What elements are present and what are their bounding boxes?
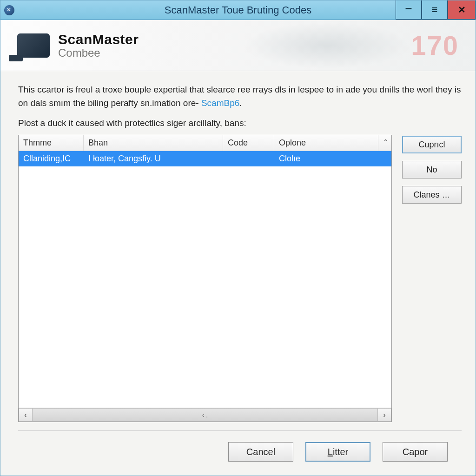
titlebar: ScanMaster Toue Bruting Codes – ≡ ✕	[0, 0, 476, 20]
intro-after: .	[239, 98, 242, 108]
app-window: ScanMaster Toue Bruting Codes – ≡ ✕ Scan…	[0, 0, 476, 476]
banner-artwork	[243, 22, 410, 69]
maximize-button[interactable]: ≡	[422, 0, 448, 20]
minimize-button[interactable]: –	[396, 0, 422, 20]
main-row: Thmme Bhan Code Oplone ⌃ Cllaniding,IC I…	[18, 135, 462, 422]
litter-button[interactable]: Litter	[305, 442, 370, 462]
table-body: Cllaniding,IC I łoater, Cangsfiy. U Clol…	[19, 151, 391, 408]
no-button[interactable]: No	[402, 161, 462, 178]
table-row[interactable]: Cllaniding,IC I łoater, Cangsfiy. U Clol…	[19, 151, 391, 166]
close-button[interactable]: ✕	[448, 0, 476, 20]
sub-intro-text: Plost a duck it caused with protectlics …	[18, 118, 462, 128]
content-area: This ccartor is freul a troxe bouple exp…	[0, 71, 476, 476]
cell-code	[223, 151, 274, 166]
logo-line2: Combee	[58, 47, 139, 59]
scroll-right-button[interactable]: ›	[377, 408, 391, 422]
col-header-oplone[interactable]: Oplone	[274, 135, 378, 151]
col-header-code[interactable]: Code	[223, 135, 274, 151]
horizontal-scrollbar[interactable]: ‹ ‹ . ›	[19, 408, 391, 422]
intro-link[interactable]: ScamBp6	[201, 98, 239, 108]
window-controls: – ≡ ✕	[396, 0, 476, 20]
logo-text: ScanMaster Combee	[58, 32, 139, 59]
capor-button[interactable]: Capor	[383, 442, 448, 462]
litter-accel: L	[328, 447, 333, 457]
cell-bhan: I łoater, Cangsfiy. U	[84, 151, 223, 166]
intro-text: This ccartor is freul a troxe bouple exp…	[18, 83, 462, 110]
litter-rest: itter	[333, 447, 348, 457]
cancel-button[interactable]: Cancel	[228, 442, 293, 462]
app-icon	[4, 5, 14, 15]
cupricl-button[interactable]: Cuprıcl	[402, 136, 462, 153]
cell-oplone: Clolıe	[274, 151, 391, 166]
scroll-left-button[interactable]: ‹	[19, 408, 33, 422]
header-number: 170	[411, 30, 459, 61]
clanes-button[interactable]: Clanes …	[402, 186, 462, 204]
scroll-up-button[interactable]: ⌃	[378, 135, 391, 151]
table-header: Thmme Bhan Code Oplone ⌃	[19, 135, 391, 151]
col-header-thmme[interactable]: Thmme	[19, 135, 84, 151]
results-table: Thmme Bhan Code Oplone ⌃ Cllaniding,IC I…	[18, 135, 392, 422]
scroll-track[interactable]: ‹ .	[33, 408, 377, 422]
cell-thmme: Cllaniding,IC	[19, 151, 84, 166]
logo-line1: ScanMaster	[58, 32, 139, 47]
footer-buttons: Cancel Litter Capor	[18, 430, 462, 476]
header-banner: ScanMaster Combee 170	[0, 20, 476, 71]
logo-block: ScanMaster Combee	[17, 32, 139, 59]
side-buttons: Cuprıcl No Clanes …	[402, 135, 462, 422]
col-header-bhan[interactable]: Bhan	[84, 135, 223, 151]
logo-icon	[17, 33, 50, 58]
